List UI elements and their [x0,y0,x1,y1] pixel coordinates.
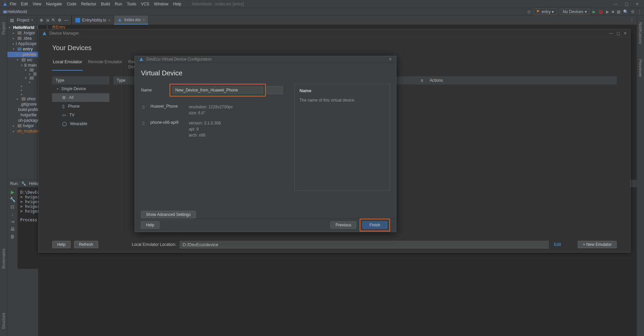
menu-edit[interactable]: Edit [19,2,30,6]
project-breadcrumb[interactable]: HelloWorld [7,9,27,14]
dm-new-emulator-button[interactable]: + New Emulator [578,241,617,248]
stop-icon[interactable]: ■ [612,9,614,14]
search-icon[interactable]: 🔍 [623,9,628,14]
menu-build[interactable]: Build [99,2,112,6]
debug-icon[interactable]: 🐞 [598,9,603,14]
tree-gitignore[interactable]: .gitignore [7,102,38,107]
close-icon[interactable]: × [108,18,110,22]
sync-icon[interactable]: ◎ [527,9,531,14]
menu-vcs[interactable]: VCS [139,2,152,6]
tree-ohos[interactable]: ▸ohos [7,96,38,102]
gutter-structure[interactable]: Structure [1,313,6,329]
menu-navigate[interactable]: Navigate [44,2,64,6]
stop-icon[interactable]: 🔧 [10,197,15,202]
hide-icon[interactable]: — [64,18,68,23]
close-icon[interactable]: × [143,18,145,22]
more-icon[interactable]: ⋮ [637,9,641,14]
run-icon[interactable]: ▶ [593,9,596,14]
menu-tools[interactable]: Tools [124,2,139,6]
print-icon[interactable]: 🖶 [10,226,15,232]
tree-preview[interactable]: ▸.preview [7,52,38,57]
window-close-icon[interactable]: ✕ [633,2,641,6]
vdc-device-huawei[interactable]: Huawei_Phone resolution: 1228x2700px siz… [141,102,288,118]
tree-hvigor[interactable]: ▸.hvigor [7,30,38,36]
coverage-icon[interactable]: ▶ [606,9,609,14]
gutter-bookmarks[interactable]: Bookmarks [1,249,6,269]
gear-icon[interactable]: ⚙ [58,18,62,23]
gutter-notifications[interactable]: Notifications [638,22,643,44]
menu-window[interactable]: Window [152,2,171,6]
tree-sub2[interactable]: ▸ [7,72,38,76]
trash-icon[interactable]: 🗑 [10,234,15,239]
vdc-previous-button[interactable]: Previous [330,221,356,229]
tab-label: Index.ets [124,17,141,22]
tree-sub1[interactable]: ▾ [7,68,38,72]
menu-file[interactable]: File [7,2,19,6]
dm-refresh-button[interactable]: Refresh [74,241,98,248]
wrap-icon[interactable]: ⇥ [10,219,14,224]
tree-root[interactable]: ▾HelloWorldD:\DevEco\workspace [7,25,38,30]
menu-code[interactable]: Code [64,2,79,6]
gutter-previewer[interactable]: Previewer [638,59,643,77]
tree-sub7[interactable]: ▸ [7,92,38,96]
tree-buildprofile[interactable]: build-profile [7,107,38,112]
dm-tab-local[interactable]: Local Emulator [52,58,83,71]
vdc-device-name: phone-x86-api9 [150,120,184,138]
rerun-icon[interactable]: ▶ [11,189,14,195]
vdc-finish-button[interactable]: Finish [362,221,387,229]
dm-tab-remote[interactable]: Remote Emulator [87,58,123,71]
dm-edit-link[interactable]: Edit [554,242,561,247]
dm-location-input[interactable] [180,241,549,249]
dm-item-wearable[interactable]: ◯ Wearable [52,119,109,128]
vdc-show-advanced-button[interactable]: Show Advanced Settings [141,211,196,218]
menu-run[interactable]: Run [112,2,124,6]
dm-single-device[interactable]: ▾ Single Device [52,84,109,93]
tree-idea[interactable]: ▸.idea [7,36,38,41]
tree-sub6[interactable]: ▸ [7,88,38,92]
collapse-icon[interactable]: ⇱ [52,18,55,23]
gear-icon[interactable]: ⚙ [631,9,635,14]
dm-item-phone[interactable]: ▯ Phone [52,102,109,111]
menu-refactor[interactable]: Refactor [79,2,99,6]
tabs-more-icon[interactable]: ⋮ [630,18,634,23]
device-selector[interactable]: No Devices ▾ [560,9,589,15]
vdc-device-x86[interactable]: phone-x86-api9 version: 3.1.0.306 api: 9… [141,118,288,140]
dm-item-tv[interactable]: ▭ TV [52,111,109,119]
vdc-help-button[interactable]: Help [141,221,159,229]
tree-sub5[interactable]: ▸ [7,84,38,88]
run-config-selector[interactable]: entry ▾ [533,8,557,15]
expand-icon[interactable]: ⇲ [46,18,49,23]
dm-close-icon[interactable]: ✕ [623,31,627,36]
project-view-dropdown[interactable]: Project [17,18,29,23]
menu-help[interactable]: Help [171,2,184,6]
vdc-title: DevEco Virtual Device Configuration [146,57,212,62]
tree-appscope[interactable]: ▸AppScope [7,41,38,46]
tree-main[interactable]: ▾main [7,63,38,68]
menu-view[interactable]: View [30,2,44,6]
dm-item-all[interactable]: ⊞ All [52,93,109,102]
vdc-name-input[interactable] [172,86,263,94]
target-icon[interactable]: ⊕ [40,18,43,23]
dm-help-button[interactable]: Help [52,241,71,248]
tree-sub3[interactable]: ▾ [7,76,38,80]
dm-heading: Your Devices [52,44,617,52]
tool-icon[interactable]: ▦ [617,9,620,14]
window-maximize-icon[interactable]: ▢ [622,2,631,6]
dm-maximize-icon[interactable]: ▢ [616,31,620,36]
tree-ohmodules[interactable]: ▸oh_modules [7,128,38,134]
tree-entry[interactable]: ▾entry [7,46,38,52]
tree-ohpackage[interactable]: oh-package [7,118,38,123]
dm-location-label: Local Emulator Location: [132,242,176,247]
scroll-icon[interactable]: ↓ [11,212,14,217]
tree-hvigorfile[interactable]: hvigorfile [7,112,38,118]
vdc-close-icon[interactable]: ✕ [389,57,392,62]
window-minimize-icon[interactable]: — [612,2,620,6]
tree-sub4[interactable]: ▸ [7,80,38,84]
gutter-project[interactable]: Project [1,22,6,35]
dm-minimize-icon[interactable]: — [609,31,613,36]
tab-entry-ability[interactable]: EntryAbility.ts × [72,15,114,25]
tree-src[interactable]: ▾src [7,57,38,63]
tree-hvigor2[interactable]: ▸hvigor [7,123,38,128]
tab-index[interactable]: Index.ets × [114,15,148,25]
settings-icon[interactable]: ⊟ [10,204,14,210]
